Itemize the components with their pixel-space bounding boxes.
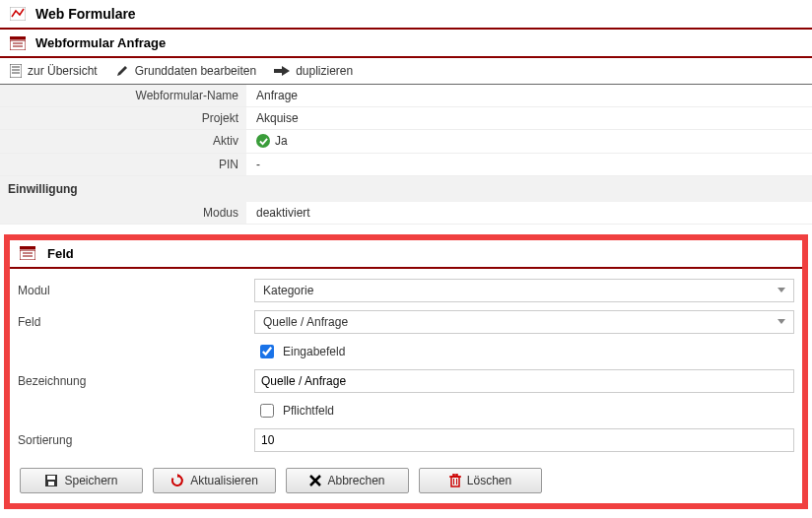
row-pin: PIN - <box>0 153 812 175</box>
action-overview-label: zur Übersicht <box>28 64 98 78</box>
row-modus: Modus deaktiviert <box>0 202 812 225</box>
chevron-down-icon <box>778 319 785 324</box>
action-overview[interactable]: zur Übersicht <box>10 64 98 78</box>
section-einwilligung: Einwilligung <box>0 175 812 202</box>
checkbox-pflichtfeld-row[interactable]: Pflichtfeld <box>254 401 794 421</box>
value-active: Ja <box>246 130 812 154</box>
trash-icon <box>449 474 461 487</box>
input-bezeichnung[interactable] <box>254 369 794 393</box>
checkbox-eingabefeld[interactable] <box>260 345 274 358</box>
action-duplicate-label: duplizieren <box>296 64 353 78</box>
value-name: Anfrage <box>246 85 812 107</box>
select-feld[interactable]: Quelle / Anfrage <box>254 310 794 334</box>
feld-panel: Feld Modul Kategorie Feld Quelle / Anfra… <box>4 234 808 509</box>
action-edit-label: Grunddaten bearbeiten <box>135 64 256 78</box>
action-bar: zur Übersicht Grunddaten bearbeiten dupl… <box>0 58 812 85</box>
label-modul: Modul <box>10 275 246 306</box>
value-active-text: Ja <box>275 134 288 148</box>
svg-rect-16 <box>451 477 459 486</box>
value-project: Akquise <box>246 107 812 130</box>
page-title: Web Formulare <box>35 6 136 22</box>
page-header: Web Formulare <box>0 0 812 30</box>
svg-rect-1 <box>10 36 26 39</box>
svg-rect-9 <box>20 246 35 249</box>
label-pin: PIN <box>0 153 246 175</box>
checkbox-pflichtfeld[interactable] <box>260 404 274 418</box>
sub-header: Webformular Anfrage <box>0 30 812 58</box>
feld-form: Modul Kategorie Feld Quelle / Anfrage <box>10 275 802 456</box>
refresh-button[interactable]: Aktualisieren <box>153 468 276 493</box>
row-project: Projekt Akquise <box>0 107 812 130</box>
close-icon <box>309 475 321 486</box>
input-sortierung[interactable] <box>254 428 794 452</box>
label-active: Aktiv <box>0 130 246 154</box>
refresh-button-label: Aktualisieren <box>190 474 258 487</box>
cancel-button-label: Abbrechen <box>327 474 384 487</box>
detail-table: Webformular-Name Anfrage Projekt Akquise… <box>0 85 812 225</box>
check-circle-icon <box>256 134 270 148</box>
delete-button[interactable]: Löschen <box>419 468 542 493</box>
select-feld-value: Quelle / Anfrage <box>263 315 348 329</box>
delete-button-label: Löschen <box>467 474 511 487</box>
label-modus: Modus <box>0 202 246 225</box>
svg-rect-5 <box>10 64 22 78</box>
label-name: Webformular-Name <box>0 85 246 107</box>
cancel-button[interactable]: Abbrechen <box>286 468 409 493</box>
svg-rect-18 <box>453 474 457 476</box>
value-modus: deaktiviert <box>246 202 812 225</box>
label-bezeichnung: Bezeichnung <box>10 365 246 397</box>
label-feld: Feld <box>10 306 246 338</box>
save-button[interactable]: Speichern <box>20 468 143 493</box>
save-button-label: Speichern <box>64 474 117 487</box>
svg-rect-2 <box>10 40 26 50</box>
save-icon <box>44 474 58 487</box>
checkbox-eingabefeld-label: Eingabefeld <box>283 345 345 358</box>
pencil-icon <box>115 64 129 78</box>
row-name: Webformular-Name Anfrage <box>0 85 812 107</box>
checkbox-eingabefeld-row[interactable]: Eingabefeld <box>254 342 794 361</box>
feld-header: Feld <box>10 240 802 269</box>
feld-title: Feld <box>47 246 74 261</box>
action-duplicate[interactable]: duplizieren <box>274 64 353 78</box>
form-icon <box>10 36 26 50</box>
label-project: Projekt <box>0 107 246 130</box>
arrow-right-icon <box>274 65 290 77</box>
svg-rect-14 <box>47 476 55 480</box>
action-edit[interactable]: Grunddaten bearbeiten <box>115 64 256 78</box>
form-icon <box>20 246 35 260</box>
module-icon <box>10 7 26 21</box>
select-modul-value: Kategorie <box>263 284 313 297</box>
chevron-down-icon <box>778 288 785 292</box>
label-sortierung: Sortierung <box>10 424 246 456</box>
value-pin: - <box>246 153 812 175</box>
sub-title: Webformular Anfrage <box>35 35 166 50</box>
refresh-icon <box>170 474 184 487</box>
button-row: Speichern Aktualisieren Abbrechen Lösche… <box>10 456 802 503</box>
row-einwilligung-section: Einwilligung <box>0 175 812 202</box>
select-modul[interactable]: Kategorie <box>254 279 794 302</box>
row-active: Aktiv Ja <box>0 130 812 154</box>
checkbox-pflichtfeld-label: Pflichtfeld <box>283 404 334 418</box>
svg-rect-15 <box>48 482 54 486</box>
list-icon <box>10 64 22 78</box>
svg-rect-10 <box>20 250 35 260</box>
